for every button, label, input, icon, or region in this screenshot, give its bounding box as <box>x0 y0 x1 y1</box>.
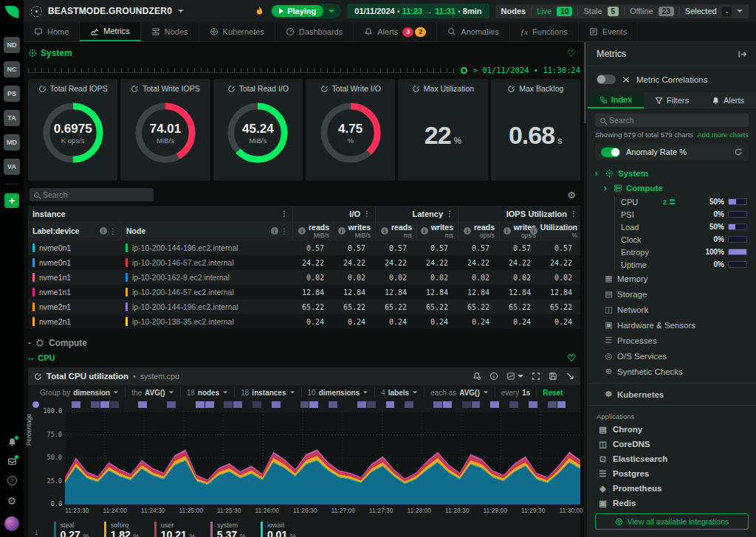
offline-count-badge[interactable]: 23 <box>659 7 674 16</box>
save-floppy-icon[interactable] <box>549 372 557 381</box>
metric-column-header[interactable]: i readsops/s <box>458 221 499 240</box>
table-row[interactable]: nvme2n1 ip-10-200-144-196.ec2.internal 6… <box>28 299 580 314</box>
tree-section-item[interactable]: ◫ Network <box>588 302 756 317</box>
space-selector-icon[interactable] <box>31 6 42 17</box>
warning-alerts-badge[interactable]: 2 <box>415 27 426 37</box>
device-cell[interactable]: nvme2n1 <box>28 302 121 311</box>
tab-filters[interactable]: Filters <box>644 92 700 108</box>
table-row[interactable]: nvme1n1 ip-10-200-146-57.ec2.internal 12… <box>28 285 580 299</box>
tab-home[interactable]: Home <box>24 22 80 41</box>
tab-events[interactable]: Events <box>579 22 639 41</box>
application-item[interactable]: ☰ Postgres <box>588 466 756 481</box>
info-icon[interactable]: i <box>338 227 346 235</box>
chevron-down-icon[interactable] <box>178 10 184 13</box>
chevron-down-icon[interactable] <box>289 391 294 393</box>
settings-gear-icon[interactable]: ⚙ <box>7 495 17 507</box>
group-io[interactable]: I/O⋮ <box>292 206 375 221</box>
tab-anomalies[interactable]: Anomalies <box>437 22 509 41</box>
toolbar-chip[interactable]: Group by dimension <box>34 387 126 398</box>
live-count-badge[interactable]: 10 <box>557 7 572 16</box>
metric-column-header[interactable]: i Utilization% <box>540 221 582 240</box>
tree-metric-item[interactable]: Uptime 0% <box>615 258 756 271</box>
table-row[interactable]: nvme1n1 ip-10-200-162-9.ec2.internal 0.0… <box>28 270 580 285</box>
fullscreen-expand-icon[interactable] <box>532 372 540 381</box>
playback-control[interactable]: Playing <box>270 4 341 18</box>
chevron-down-icon[interactable] <box>114 391 118 393</box>
compute-section-header[interactable]: - Compute <box>28 335 580 351</box>
application-item[interactable]: ▤ Chrony <box>588 422 756 437</box>
refresh-icon[interactable] <box>734 148 743 156</box>
notifications-bell-icon[interactable] <box>7 437 17 447</box>
node-cell[interactable]: ip-10-200-144-196.ec2.internal <box>121 243 292 252</box>
column-menu-icon[interactable]: ⋮ <box>363 209 371 218</box>
column-menu-icon[interactable]: ⋮ <box>109 226 117 235</box>
table-settings-gear-icon[interactable]: ⚙ <box>567 190 576 201</box>
col-label-device[interactable]: Label:device i⋮ <box>28 221 121 240</box>
gauge-card[interactable]: Total Read I/O 45.24 MiB/s <box>213 79 303 181</box>
chevron-expand-icon[interactable]: › <box>595 168 601 179</box>
tree-section-item[interactable]: ⊕ Synthetic Checks <box>588 364 756 379</box>
add-space-button[interactable]: + <box>4 193 19 208</box>
tab-alerts[interactable]: Alerts 3 2 <box>354 22 437 41</box>
inbox-icon[interactable] <box>7 457 17 466</box>
user-avatar[interactable] <box>4 516 19 531</box>
column-menu-icon[interactable]: ⋮ <box>570 209 577 218</box>
collapse-sidebar-icon[interactable] <box>738 49 747 59</box>
chart-info-icon[interactable] <box>489 372 498 381</box>
application-item[interactable]: ◫ CoreDNS <box>588 437 756 451</box>
main-scrollbar[interactable] <box>584 42 586 537</box>
favorite-heart-icon[interactable]: ♡ <box>567 353 576 364</box>
space-button[interactable]: TA <box>4 110 20 126</box>
tree-section-item[interactable]: ◎ O/S Services <box>588 348 756 364</box>
col-node[interactable]: Node i⋮ <box>121 221 292 240</box>
gauge-card[interactable]: Max Backlog 0.68 s <box>491 79 580 181</box>
table-search-input[interactable] <box>43 190 149 199</box>
chevron-down-icon[interactable] <box>329 10 334 13</box>
toolbar-chip[interactable]: 4 labels <box>375 387 425 398</box>
metric-column-header[interactable]: i readsms <box>375 221 416 240</box>
column-menu-icon[interactable]: ⋮ <box>281 209 288 218</box>
tree-metric-item[interactable]: Load 50% <box>615 221 756 233</box>
space-button[interactable]: MD <box>4 134 20 150</box>
toolbar-chip[interactable]: 18 nodes <box>181 387 236 398</box>
info-icon[interactable]: i <box>271 227 278 235</box>
gauge-card[interactable]: Total Read IOPS 0.6975 K ops/s <box>28 79 117 181</box>
space-button[interactable]: NC <box>4 61 20 77</box>
group-latency[interactable]: Latency⋮ <box>375 206 458 221</box>
metric-column-header[interactable]: i writesms <box>416 221 458 240</box>
tab-index[interactable]: Index <box>588 92 644 108</box>
tree-section-item[interactable]: ☰ Processes <box>588 333 756 348</box>
node-cell[interactable]: ip-10-200-162-9.ec2.internal <box>121 273 292 282</box>
sidebar-search-input[interactable] <box>609 116 743 125</box>
chevron-expand-icon[interactable]: › <box>604 183 610 193</box>
legend-scroll-arrow-icon[interactable]: ↓ <box>34 526 39 537</box>
tree-metric-item[interactable]: Clock 0% <box>615 233 756 246</box>
tree-section-item[interactable]: ▦ Memory <box>588 271 756 286</box>
tree-item-compute[interactable]: › Compute <box>588 181 756 195</box>
column-menu-icon[interactable]: ⋮ <box>446 209 453 218</box>
group-utilization[interactable]: Utilization⋮ <box>540 206 582 221</box>
info-icon[interactable]: i <box>530 227 537 235</box>
legend-item[interactable]: steal 0.27 % <box>54 522 89 537</box>
device-cell[interactable]: nvme1n1 <box>28 273 121 282</box>
stale-count-badge[interactable]: 5 <box>608 7 619 16</box>
legend-item[interactable]: iowait 0.01 % <box>261 522 296 537</box>
anomaly-ribbon[interactable] <box>28 400 580 409</box>
space-button[interactable]: ND <box>4 37 20 53</box>
chevron-down-icon[interactable] <box>413 391 417 393</box>
chart-type-icon[interactable] <box>506 372 515 381</box>
chevron-down-icon[interactable] <box>737 10 743 13</box>
toolbar-chip[interactable]: each as AVG() <box>425 387 495 398</box>
table-row[interactable]: nvme0n1 ip-10-200-144-196.ec2.internal 0… <box>28 240 580 255</box>
info-icon[interactable]: i <box>100 227 107 235</box>
info-icon[interactable]: i <box>421 227 428 235</box>
application-item[interactable]: ◈ Prometheus <box>588 481 756 496</box>
toolbar-chip[interactable]: the AVG() <box>126 387 181 398</box>
space-button[interactable]: VA <box>4 159 20 175</box>
node-cell[interactable]: ip-10-200-146-57.ec2.internal <box>121 258 292 267</box>
node-cell[interactable]: ip-10-200-146-57.ec2.internal <box>121 288 292 297</box>
tree-metric-item[interactable]: PSI 0% <box>615 208 756 221</box>
tab-kubernetes[interactable]: Kubernetes <box>199 22 275 41</box>
space-button[interactable]: PS <box>4 86 20 102</box>
playing-button[interactable]: Playing <box>272 5 323 17</box>
